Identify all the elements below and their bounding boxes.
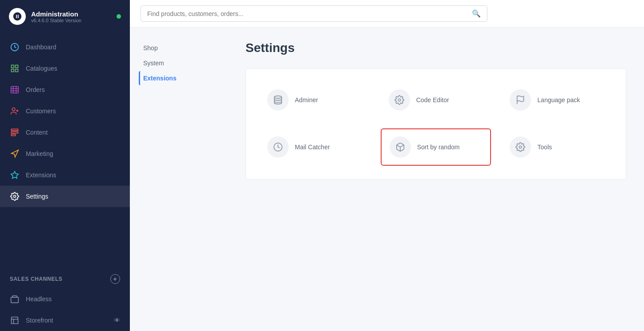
app-version: v6.4.6.0 Stable Version (31, 18, 81, 23)
gear-icon (394, 95, 404, 105)
adminer-label: Adminer (295, 96, 318, 104)
sidebar-item-extensions[interactable]: Extensions (0, 164, 130, 186)
database-icon (273, 95, 283, 105)
svg-rect-3 (12, 69, 14, 72)
svg-rect-4 (16, 69, 18, 72)
tools-icon-wrap (510, 136, 531, 158)
headless-icon (10, 294, 20, 304)
sidebar-item-customers[interactable]: Customers (0, 100, 130, 122)
svg-point-17 (519, 146, 522, 148)
extensions-cards-container: Adminer Code Editor Langua (246, 68, 626, 179)
sidebar-item-headless[interactable]: Headless (0, 288, 130, 310)
content-area: Shop System Extensions Settings Adminer (130, 28, 644, 331)
adminer-icon-wrap (267, 89, 289, 111)
customers-icon (10, 106, 20, 116)
sidebar-header: Administration v6.4.6.0 Stable Version (0, 0, 130, 33)
subnav-system[interactable]: System (139, 56, 219, 70)
extension-card-code-editor[interactable]: Code Editor (381, 82, 491, 118)
extensions-icon (10, 170, 20, 180)
settings-icon (10, 191, 20, 201)
svg-rect-11 (11, 297, 19, 303)
app-logo (9, 8, 26, 25)
app-name: Administration (31, 10, 81, 18)
sort-by-random-label: Sort by random (417, 144, 460, 151)
storefront-icon (10, 315, 20, 325)
svg-rect-2 (16, 65, 18, 68)
settings-content: Settings Adminer Cod (228, 28, 644, 331)
sidebar-item-marketing[interactable]: Marketing (0, 143, 130, 164)
add-sales-channel-button[interactable]: + (110, 274, 120, 284)
svg-rect-8 (12, 132, 18, 133)
marketing-icon (10, 149, 20, 159)
subnav-shop[interactable]: Shop (139, 41, 219, 55)
settings-subnav: Shop System Extensions (130, 28, 228, 331)
svg-rect-5 (11, 87, 19, 93)
svg-point-13 (398, 99, 401, 101)
code-editor-label: Code Editor (416, 96, 449, 104)
code-editor-icon-wrap (389, 89, 410, 111)
clock-icon (273, 142, 283, 152)
svg-rect-1 (12, 65, 14, 68)
sidebar-item-orders[interactable]: Orders (0, 79, 130, 100)
orders-icon (10, 85, 20, 95)
mail-catcher-label: Mail Catcher (295, 144, 330, 151)
sales-channels-section: Sales Channels + (0, 270, 130, 288)
svg-point-10 (14, 195, 16, 198)
flag-icon (515, 95, 525, 105)
tools-label: Tools (537, 144, 552, 151)
sidebar-item-content[interactable]: Content (0, 122, 130, 143)
subnav-extensions[interactable]: Extensions (139, 71, 219, 85)
extension-card-sort-by-random[interactable]: Sort by random (381, 128, 491, 166)
cube-icon (395, 142, 405, 152)
main-nav: Dashboard Catalogues Orders Customers (0, 33, 130, 270)
sidebar: Administration v6.4.6.0 Stable Version D… (0, 0, 130, 331)
sidebar-item-catalogues[interactable]: Catalogues (0, 58, 130, 79)
sort-by-random-icon-wrap (390, 136, 411, 158)
mail-catcher-icon-wrap (267, 136, 289, 158)
topbar: 🔍 (130, 0, 644, 28)
storefront-visibility-icon[interactable]: 👁 (114, 317, 120, 324)
content-icon (10, 128, 20, 137)
extension-card-adminer[interactable]: Adminer (259, 82, 370, 118)
search-box[interactable]: 🔍 (141, 5, 487, 22)
language-pack-label: Language pack (537, 96, 580, 104)
svg-point-12 (274, 96, 282, 99)
catalogues-icon (10, 64, 20, 73)
extension-card-tools[interactable]: Tools (502, 128, 612, 166)
svg-rect-9 (12, 134, 16, 136)
main-area: 🔍 Shop System Extensions Settings Admine… (130, 0, 644, 331)
sidebar-item-settings[interactable]: Settings (0, 186, 130, 207)
page-title: Settings (246, 41, 626, 55)
search-input[interactable] (147, 10, 467, 17)
search-icon: 🔍 (472, 9, 481, 18)
language-pack-icon-wrap (510, 89, 531, 111)
tools-icon (515, 142, 525, 152)
sidebar-item-dashboard[interactable]: Dashboard (0, 36, 130, 58)
extension-card-mail-catcher[interactable]: Mail Catcher (259, 128, 370, 166)
sidebar-item-storefront[interactable]: Storefront 👁 (0, 310, 130, 331)
svg-rect-7 (12, 129, 18, 131)
status-dot (117, 14, 121, 19)
extensions-grid: Adminer Code Editor Langua (259, 82, 612, 166)
svg-point-6 (12, 108, 15, 111)
dashboard-icon (10, 42, 20, 52)
extension-card-language-pack[interactable]: Language pack (502, 82, 612, 118)
